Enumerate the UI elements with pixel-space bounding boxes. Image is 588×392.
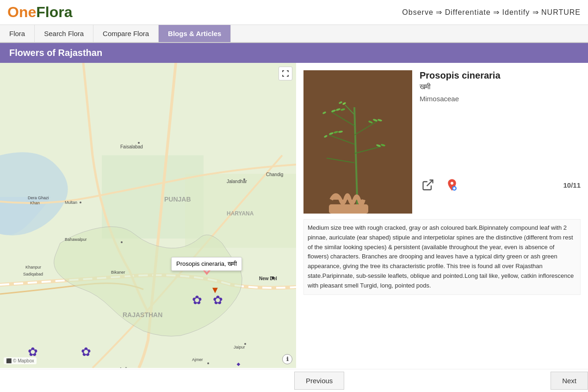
nav-search-flora[interactable]: Search Flora [35, 25, 93, 42]
flower-marker-1[interactable]: ✿ [192, 293, 202, 307]
section-title: Flowers of Rajasthan [0, 43, 588, 63]
logo: One Flora [7, 4, 72, 21]
svg-point-62 [453, 187, 456, 190]
svg-text:PUNJAB: PUNJAB [164, 196, 191, 203]
header: One Flora Observe ⇒ Differentiate ⇒ Iden… [0, 0, 588, 25]
svg-text:Dera Ghazi: Dera Ghazi [28, 196, 49, 200]
previous-button[interactable]: Previous [294, 372, 344, 390]
svg-text:Jodhpur: Jodhpur [119, 367, 135, 368]
svg-text:Khan: Khan [30, 201, 40, 205]
svg-line-60 [427, 180, 433, 186]
info-button[interactable]: ℹ [282, 354, 292, 364]
svg-point-29 [207, 362, 209, 364]
plant-image [303, 70, 412, 214]
nav-blogs-articles[interactable]: Blogs & Articles [159, 25, 231, 42]
svg-text:Chandig: Chandig [266, 172, 283, 177]
svg-text:Bikaner: Bikaner [111, 270, 125, 275]
svg-text:Faisalabad: Faisalabad [120, 144, 143, 149]
navigation: Flora Search Flora Compare Flora Blogs &… [0, 25, 588, 43]
svg-text:HARYANA: HARYANA [227, 210, 254, 217]
plant-metadata: Prosopis cineraria खमी Mimosaceae [420, 70, 581, 193]
svg-text:Bahawalpur: Bahawalpur [65, 237, 87, 242]
svg-point-26 [80, 202, 81, 203]
logo-flora: Flora [36, 4, 72, 21]
plant-scientific-name: Prosopis cineraria [420, 70, 581, 81]
svg-text:Jaipur: Jaipur [234, 345, 245, 349]
action-area: 10/11 [420, 103, 581, 193]
svg-point-30 [244, 343, 246, 345]
map-svg: Faisalabad Jalandhar Chandig Dera Ghazi … [0, 63, 296, 368]
nav-flora[interactable]: Flora [0, 25, 35, 42]
external-link-button[interactable] [420, 177, 436, 193]
right-panel: Prosopis cineraria खमी Mimosaceae [296, 63, 588, 381]
svg-point-27 [121, 241, 123, 243]
flower-marker-4[interactable]: ✿ [81, 345, 91, 359]
plant-family: Mimosaceae [420, 95, 581, 103]
svg-text:RAJASTHAN: RAJASTHAN [123, 311, 162, 318]
map-tooltip: Prosopis cineraria, खमी [171, 257, 242, 271]
svg-point-28 [272, 276, 274, 279]
flower-marker-3[interactable]: ✿ [28, 345, 38, 359]
svg-point-25 [243, 178, 245, 180]
svg-text:New Del: New Del [259, 276, 277, 281]
svg-text:Sadiqabad: Sadiqabad [23, 272, 43, 276]
map-container[interactable]: Faisalabad Jalandhar Chandig Dera Ghazi … [0, 63, 296, 368]
svg-rect-56 [329, 204, 368, 214]
nav-compare-flora[interactable]: Compare Flora [93, 25, 159, 42]
pin-marker: ▼ [210, 285, 220, 295]
svg-text:Ajmer: Ajmer [192, 357, 203, 362]
main-content: Faisalabad Jalandhar Chandig Dera Ghazi … [0, 63, 588, 381]
next-button[interactable]: Next [551, 372, 588, 390]
logo-one: One [7, 4, 36, 21]
plant-info-section: Prosopis cineraria खमी Mimosaceae [303, 70, 581, 214]
fullscreen-button[interactable] [279, 67, 292, 80]
map-location-button[interactable] [444, 177, 460, 193]
svg-text:Khanpur: Khanpur [25, 265, 41, 270]
counter: 10/11 [563, 181, 581, 189]
svg-text:Multan: Multan [65, 200, 77, 205]
bottom-navigation: Previous Next [0, 369, 588, 392]
svg-point-24 [138, 142, 140, 144]
tagline: Observe ⇒ Differentiate ⇒ Identify ⇒ NUR… [402, 8, 581, 17]
plant-description: Medium size tree with rough cracked, gra… [303, 219, 581, 295]
flower-marker-6[interactable]: ⬥ [236, 359, 241, 368]
plant-local-name: खमी [420, 83, 581, 91]
